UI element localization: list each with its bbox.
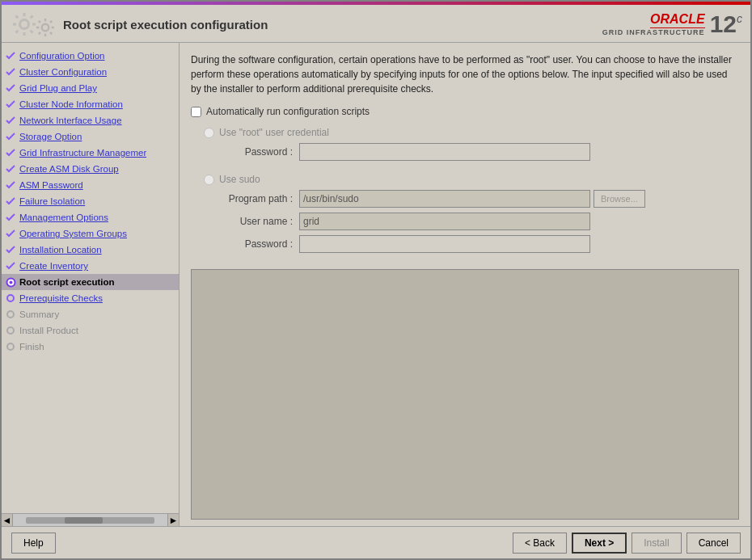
svg-point-3: [43, 25, 48, 30]
sidebar-icon: [5, 325, 16, 336]
sidebar-label: Grid Infrastructure Managemer: [19, 148, 146, 158]
sidebar: Configuration Option Cluster Configurati…: [2, 43, 180, 526]
oracle-brand: ORACLE: [650, 12, 705, 28]
sidebar-label: Prerequisite Checks: [19, 293, 103, 303]
use-sudo-radio[interactable]: [204, 175, 214, 185]
sidebar-icon: [5, 260, 16, 272]
use-sudo-label[interactable]: Use sudo: [219, 174, 260, 185]
sidebar-item-install-location[interactable]: Installation Location: [2, 242, 179, 258]
bottom-bar: Help < Back Next > Install Cancel: [2, 526, 750, 558]
sidebar-item-config-option[interactable]: Configuration Option: [2, 48, 179, 64]
sidebar-label: Network Interface Usage: [19, 116, 122, 125]
use-root-label[interactable]: Use "root" user credential: [219, 127, 329, 138]
content-area: During the software configuration, certa…: [180, 43, 750, 526]
sidebar-label-active: Root script execution: [19, 277, 115, 287]
sidebar-icon: [5, 179, 16, 191]
sidebar-icon: [5, 66, 16, 78]
sidebar-scrollbar[interactable]: ◄ ►: [2, 513, 179, 526]
sidebar-icon: [5, 131, 16, 142]
sidebar-label: Cluster Configuration: [19, 67, 107, 77]
sidebar-item-grid-infra[interactable]: Grid Infrastructure Managemer: [2, 145, 179, 161]
sidebar-item-create-inventory[interactable]: Create Inventory: [2, 258, 179, 274]
program-path-input[interactable]: [299, 190, 590, 208]
bottom-right-buttons: < Back Next > Install Cancel: [513, 533, 741, 554]
scroll-left-btn[interactable]: ◄: [2, 514, 13, 526]
sidebar-item-network-interface[interactable]: Network Interface Usage: [2, 112, 179, 128]
options-container: Use "root" user credential Password : Us…: [191, 127, 739, 261]
sidebar-label: Cluster Node Information: [19, 99, 123, 109]
gear-icons: [10, 10, 57, 39]
sidebar-item-asm-disk[interactable]: Create ASM Disk Group: [2, 161, 179, 177]
sidebar-item-storage-option[interactable]: Storage Option: [2, 128, 179, 145]
sidebar-icon: [5, 244, 16, 255]
sidebar-icon: [5, 228, 16, 239]
sudo-password-input[interactable]: [299, 235, 590, 253]
sidebar-item-os-groups[interactable]: Operating System Groups: [2, 225, 179, 242]
sudo-password-label: Password :: [218, 238, 299, 250]
sidebar-item-finish: Finish: [2, 339, 179, 355]
svg-point-5: [9, 280, 12, 284]
sidebar-item-asm-password[interactable]: ASM Password: [2, 177, 179, 193]
install-button[interactable]: Install: [632, 533, 681, 554]
bottom-left-buttons: Help: [11, 533, 56, 554]
sidebar-item-failure-isolation[interactable]: Failure Isolation: [2, 193, 179, 209]
sidebar-icon: [5, 163, 16, 175]
sidebar-item-summary: Summary: [2, 306, 179, 322]
sidebar-item-management-options[interactable]: Management Options: [2, 209, 179, 225]
sidebar-icon: [5, 50, 16, 61]
sidebar-icon: [5, 212, 16, 223]
sidebar-item-install-product: Install Product: [2, 322, 179, 339]
scroll-right-btn[interactable]: ►: [167, 514, 179, 526]
oracle-subtitle: GRID INFRASTRUCTURE: [602, 28, 705, 36]
main-content: Configuration Option Cluster Configurati…: [2, 43, 750, 526]
sidebar-item-cluster-config[interactable]: Cluster Configuration: [2, 64, 179, 80]
gear-icon-2: [34, 16, 57, 39]
scrollbar-track: [26, 517, 154, 524]
cancel-button[interactable]: Cancel: [687, 533, 741, 554]
auto-run-row: Automatically run configuration scripts: [191, 106, 739, 117]
sidebar-item-cluster-node[interactable]: Cluster Node Information: [2, 96, 179, 112]
user-name-row: User name :: [204, 213, 739, 230]
user-name-label: User name :: [218, 216, 299, 227]
sidebar-item-grid-plug[interactable]: Grid Plug and Play: [2, 80, 179, 96]
sudo-radio-section: Use sudo Program path : Browse... User n…: [204, 174, 739, 253]
user-name-input[interactable]: [299, 213, 590, 230]
sidebar-icon: [5, 309, 16, 320]
main-window: Root script execution configuration ORAC…: [0, 0, 752, 560]
sidebar-label: Configuration Option: [19, 51, 104, 61]
sidebar-icon: [5, 99, 16, 110]
oracle-logo: ORACLE GRID INFRASTRUCTURE 12 c: [602, 12, 742, 36]
root-password-row: Password :: [204, 143, 739, 161]
sidebar-icon: [5, 147, 16, 158]
sidebar-icon: [5, 196, 16, 207]
version-number: 12: [710, 12, 737, 36]
sidebar-label: Finish: [19, 342, 44, 352]
next-button[interactable]: Next >: [572, 533, 627, 554]
sidebar-icon: [5, 115, 16, 126]
use-root-row: Use "root" user credential: [204, 127, 739, 138]
auto-run-checkbox[interactable]: [191, 107, 201, 117]
sidebar-label: Installation Location: [19, 245, 102, 255]
root-password-input[interactable]: [299, 143, 590, 161]
help-button[interactable]: Help: [11, 533, 56, 554]
browse-button[interactable]: Browse...: [594, 190, 645, 208]
sidebar-label: Create ASM Disk Group: [19, 164, 119, 174]
sidebar-item-root-script[interactable]: Root script execution: [2, 274, 179, 290]
sidebar-item-prereq[interactable]: Prerequisite Checks: [2, 290, 179, 306]
sidebar-list: Configuration Option Cluster Configurati…: [2, 43, 179, 513]
sidebar-label: Summary: [19, 309, 59, 319]
back-button[interactable]: < Back: [513, 533, 567, 554]
use-root-radio[interactable]: [204, 128, 214, 138]
svg-point-1: [21, 21, 27, 27]
auto-run-label[interactable]: Automatically run configuration scripts: [206, 106, 370, 117]
root-radio-section: Use "root" user credential Password :: [204, 127, 739, 161]
sidebar-label: Operating System Groups: [19, 229, 127, 238]
title-bar: Root script execution configuration ORAC…: [2, 5, 750, 43]
version-c: c: [737, 12, 742, 25]
description-text: During the software configuration, certa…: [191, 53, 739, 96]
sidebar-label: Grid Plug and Play: [19, 83, 97, 93]
program-path-label: Program path :: [218, 193, 299, 204]
sidebar-label: Management Options: [19, 213, 108, 222]
scrollbar-thumb: [65, 517, 104, 524]
version-display: 12 c: [710, 12, 742, 36]
